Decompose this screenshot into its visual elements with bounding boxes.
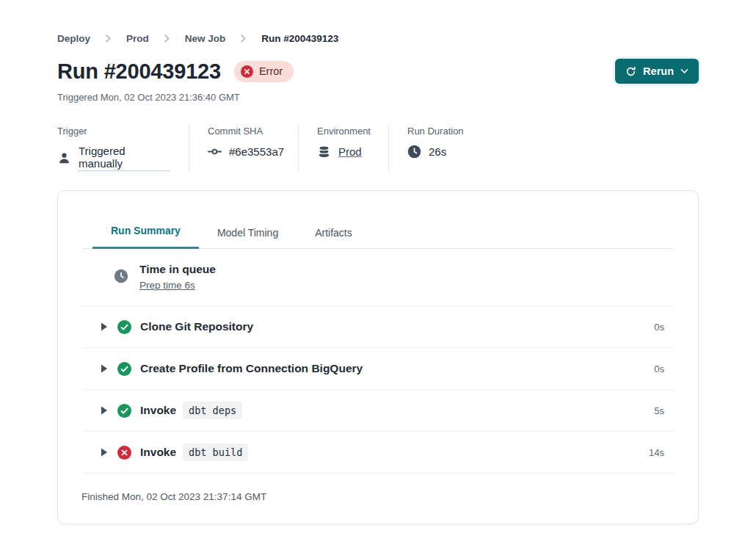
chevron-right-icon (106, 35, 111, 43)
meta-environment: Environment Prod (317, 126, 389, 171)
step-row-clone-git[interactable]: Clone Git Repository 0s (81, 306, 675, 348)
breadcrumb-new-job[interactable]: New Job (185, 33, 226, 44)
tab-run-summary[interactable]: Run Summary (92, 214, 199, 249)
step-row-create-profile[interactable]: Create Profile from Connection BigQuery … (81, 348, 675, 390)
database-icon (317, 145, 331, 159)
run-duration-value: 26s (429, 145, 446, 158)
meta-run-duration: Run Duration 26s (407, 126, 482, 171)
breadcrumb-deploy[interactable]: Deploy (57, 33, 90, 44)
tab-artifacts[interactable]: Artifacts (297, 217, 371, 249)
success-check-icon (117, 362, 131, 376)
chevron-down-icon (680, 68, 688, 74)
step-title: Invoke (140, 404, 176, 417)
breadcrumb: Deploy Prod New Job Run #200439123 (57, 33, 699, 44)
meta-duration-label: Run Duration (407, 126, 464, 137)
title-group: Run #200439123 Error (57, 59, 294, 84)
person-icon (57, 151, 71, 165)
prep-time-link[interactable]: Prep time 6s (139, 280, 195, 291)
tabs: Run Summary Model Timing Artifacts (81, 191, 675, 249)
step-duration: 5s (654, 405, 675, 416)
error-circle-icon (241, 65, 253, 78)
clock-icon (407, 145, 421, 159)
breadcrumb-current-run: Run #200439123 (261, 33, 338, 44)
expand-caret-icon[interactable] (101, 448, 108, 457)
refresh-icon (625, 66, 636, 77)
command-chip: dbt build (183, 443, 248, 461)
rerun-button-label: Rerun (643, 65, 674, 77)
step-duration: 0s (654, 363, 675, 374)
finished-timestamp: Finished Mon, 02 Oct 2023 21:37:14 GMT (81, 474, 675, 502)
breadcrumb-prod[interactable]: Prod (126, 33, 149, 44)
clock-icon (114, 269, 128, 286)
success-check-icon (117, 404, 131, 418)
status-badge: Error (234, 61, 294, 82)
run-meta-row: Trigger Triggered manually Commit SHA #6… (57, 126, 699, 171)
run-detail-page: Deploy Prod New Job Run #200439123 Run #… (0, 33, 756, 524)
header: Run #200439123 Error Rerun (57, 59, 699, 84)
step-title: Create Profile from Connection BigQuery (140, 362, 363, 375)
meta-trigger-label: Trigger (57, 126, 170, 137)
queue-row: Time in queue Prep time 6s (81, 249, 675, 306)
status-badge-label: Error (259, 65, 283, 77)
error-circle-icon (117, 446, 131, 460)
step-row-dbt-build[interactable]: Invoke dbt build 14s (81, 432, 675, 474)
expand-caret-icon[interactable] (101, 364, 108, 373)
tab-model-timing[interactable]: Model Timing (199, 217, 297, 249)
triggered-timestamp: Triggered Mon, 02 Oct 2023 21:36:40 GMT (57, 92, 699, 103)
meta-environment-label: Environment (317, 126, 370, 137)
step-title: Clone Git Repository (140, 320, 253, 333)
page-title: Run #200439123 (57, 59, 221, 84)
meta-commit-label: Commit SHA (208, 126, 280, 137)
run-summary-card: Run Summary Model Timing Artifacts Time … (57, 190, 699, 524)
queue-title: Time in queue (139, 263, 216, 276)
expand-caret-icon[interactable] (101, 406, 108, 415)
command-chip: dbt deps (183, 402, 242, 419)
trigger-value[interactable]: Triggered manually (79, 145, 170, 171)
environment-link[interactable]: Prod (338, 145, 362, 158)
commit-icon (208, 145, 222, 159)
step-row-dbt-deps[interactable]: Invoke dbt deps 5s (81, 390, 675, 432)
meta-trigger: Trigger Triggered manually (57, 126, 189, 171)
step-title: Invoke (140, 446, 176, 459)
meta-commit-sha: Commit SHA #6e3553a7 (208, 126, 299, 171)
step-duration: 14s (649, 447, 675, 458)
chevron-right-icon (164, 35, 170, 43)
rerun-button[interactable]: Rerun (615, 59, 699, 84)
success-check-icon (117, 320, 131, 334)
commit-sha-value: #6e3553a7 (229, 145, 284, 158)
chevron-right-icon (241, 35, 246, 43)
expand-caret-icon[interactable] (101, 322, 108, 331)
step-duration: 0s (654, 322, 675, 333)
